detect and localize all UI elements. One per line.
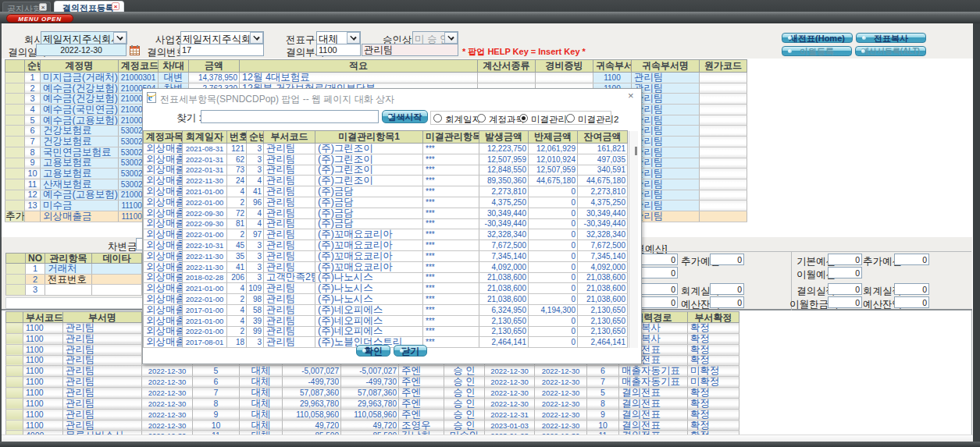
svg-text:e: e — [148, 92, 153, 103]
